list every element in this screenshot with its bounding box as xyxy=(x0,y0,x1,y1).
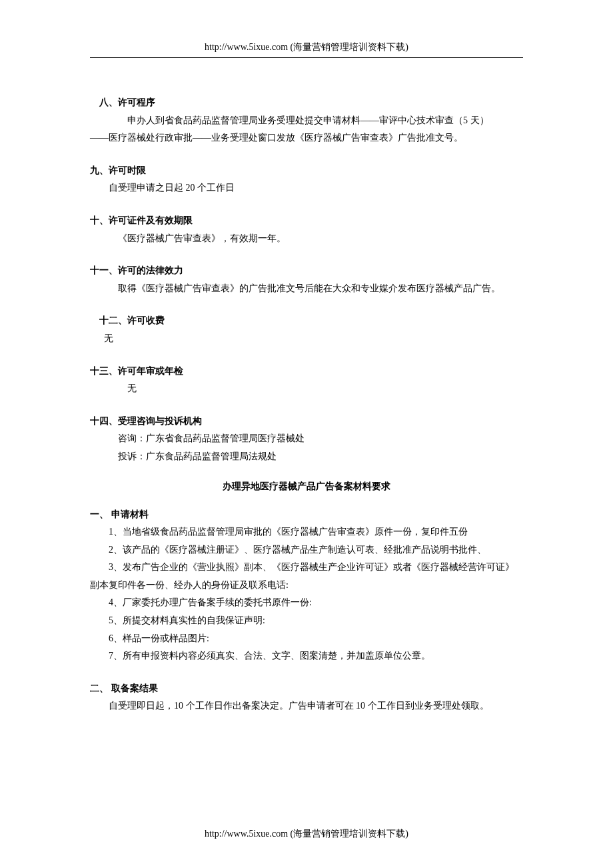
page-header: http://www.5ixue.com (海量营销管理培训资料下载) xyxy=(90,41,523,58)
section-10: 十、许可证件及有效期限 《医疗器械广告审查表》，有效期一年。 xyxy=(90,212,523,247)
part-1-item-1: 1、当地省级食品药品监督管理局审批的《医疗器械广告审查表》原件一份，复印件五份 xyxy=(90,523,523,541)
part-2-body: 自受理即日起，10 个工作日作出备案决定。广告申请者可在 10 个工作日到业务受… xyxy=(90,697,523,715)
part-1-item-6: 6、样品一份或样品图片: xyxy=(90,630,523,648)
section-12: 十二、许可收费 无 xyxy=(90,312,523,347)
section-9-heading: 九、许可时限 xyxy=(90,162,523,180)
section-14-heading: 十四、受理咨询与投诉机构 xyxy=(90,413,523,431)
section-8: 八、许可程序 申办人到省食品药品监督管理局业务受理处提交申请材料——审评中心技术… xyxy=(90,94,523,147)
section-13-heading: 十三、许可年审或年检 xyxy=(90,363,523,381)
part-1-item-3b: 副本复印件各一份、经办人的身份证及联系电话: xyxy=(90,577,523,595)
part-2-heading: 二、 取备案结果 xyxy=(90,680,523,698)
section-13: 十三、许可年审或年检 无 xyxy=(90,363,523,398)
section-8-body-1: 申办人到省食品药品监督管理局业务受理处提交申请材料——审评中心技术审查（5 天） xyxy=(90,112,523,130)
section-9: 九、许可时限 自受理申请之日起 20 个工作日 xyxy=(90,162,523,197)
part-1-item-7: 7、所有申报资料内容必须真实、合法、文字、图案清楚，并加盖原单位公章。 xyxy=(90,647,523,665)
section-14-body-2: 投诉：广东食品药品监督管理局法规处 xyxy=(90,448,523,466)
section-11-heading: 十一、许可的法律效力 xyxy=(90,262,523,280)
section-9-body: 自受理申请之日起 20 个工作日 xyxy=(90,179,523,197)
part-1-heading: 一、 申请材料 xyxy=(90,506,523,524)
page-footer: http://www.5ixue.com (海量营销管理培训资料下载) xyxy=(0,828,613,840)
section-14-body-1: 咨询：广东省食品药品监督管理局医疗器械处 xyxy=(90,430,523,448)
part-1-item-3a: 3、发布广告企业的《营业执照》副本、《医疗器械生产企业许可证》或者《医疗器械经营… xyxy=(90,559,523,577)
section-11: 十一、许可的法律效力 取得《医疗器械广告审查表》的广告批准文号后能在大众和专业媒… xyxy=(90,262,523,297)
section-12-heading: 十二、许可收费 xyxy=(90,312,523,330)
document-page: http://www.5ixue.com (海量营销管理培训资料下载) 八、许可… xyxy=(0,0,613,757)
section-10-heading: 十、许可证件及有效期限 xyxy=(90,212,523,230)
section-10-body: 《医疗器械广告审查表》，有效期一年。 xyxy=(90,230,523,248)
section-11-body: 取得《医疗器械广告审查表》的广告批准文号后能在大众和专业媒介发布医疗器械产品广告… xyxy=(90,280,523,298)
part-1-item-5: 5、所提交材料真实性的自我保证声明: xyxy=(90,612,523,630)
section-12-body: 无 xyxy=(90,330,523,348)
part-1-item-2: 2、该产品的《医疗器械注册证》、医疗器械产品生产制造认可表、经批准产品说明书批件… xyxy=(90,541,523,559)
section-13-body: 无 xyxy=(90,380,523,398)
part-1-item-4: 4、厂家委托办理广告备案手续的委托书原件一份: xyxy=(90,594,523,612)
section-14: 十四、受理咨询与投诉机构 咨询：广东省食品药品监督管理局医疗器械处 投诉：广东食… xyxy=(90,413,523,466)
section-8-body-2: ——医疗器械处行政审批——业务受理处窗口发放《医疗器械广告审查表》广告批准文号。 xyxy=(90,129,523,147)
subtitle: 办理异地医疗器械产品广告备案材料要求 xyxy=(90,481,523,493)
part-1: 一、 申请材料 1、当地省级食品药品监督管理局审批的《医疗器械广告审查表》原件一… xyxy=(90,506,523,665)
part-2: 二、 取备案结果 自受理即日起，10 个工作日作出备案决定。广告申请者可在 10… xyxy=(90,680,523,715)
section-8-heading: 八、许可程序 xyxy=(90,94,523,112)
